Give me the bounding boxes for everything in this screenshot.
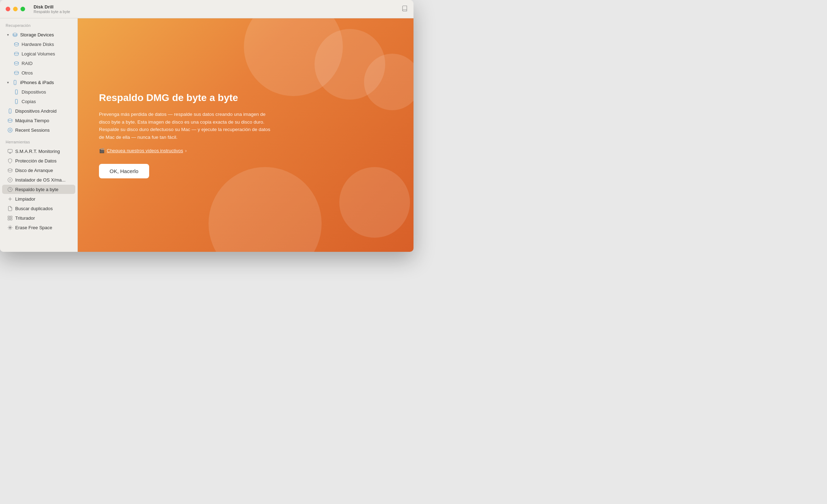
svg-rect-28	[10, 218, 12, 220]
sidebar-item-recent-sessions[interactable]: Recent Sessions	[2, 125, 75, 135]
app-subtitle: Respaldo byte a byte	[34, 10, 70, 14]
sidebar-item-smart[interactable]: S.M.A.R.T. Monitoring	[2, 147, 75, 156]
sidebar-item-arranque[interactable]: Disco de Arranque	[2, 166, 75, 175]
section-recuperacion: Recuperación	[0, 18, 77, 30]
smart-label: S.M.A.R.T. Monitoring	[15, 149, 60, 154]
drive-icon	[13, 51, 19, 57]
respaldo-label: Respaldo byte a byte	[15, 187, 58, 192]
svg-rect-25	[8, 216, 9, 217]
svg-rect-15	[8, 149, 12, 152]
book-icon[interactable]	[401, 5, 408, 13]
drive-icon	[12, 32, 18, 37]
recent-sessions-label: Recent Sessions	[15, 128, 50, 133]
content-body: Prevenga más perdida de datos — respalde…	[99, 111, 276, 141]
sidebar-item-android[interactable]: Dispositivos Android	[2, 106, 75, 115]
titlebar: Disk Drill Respaldo byte a byte	[0, 0, 414, 18]
svg-rect-26	[10, 216, 12, 217]
sidebar-item-logical-volumes[interactable]: Logical Volumes	[2, 49, 75, 58]
raid-label: RAID	[22, 61, 33, 66]
sidebar-item-time-machine[interactable]: Máquina Tiempo	[2, 116, 75, 125]
close-button[interactable]	[6, 7, 10, 11]
drive-icon	[13, 41, 19, 47]
deco-circle-3	[209, 167, 322, 252]
file-icon	[7, 206, 13, 211]
installer-label: Instalador de OS X/ma...	[15, 177, 65, 183]
chevron-down-icon: ▾	[7, 81, 9, 84]
svg-point-3	[14, 61, 18, 63]
sidebar-item-triturador[interactable]: Triturador	[2, 213, 75, 223]
grid-icon	[7, 215, 13, 221]
chevron-right-icon: ›	[185, 148, 187, 153]
erase-label: Erase Free Space	[15, 225, 52, 230]
content-title: Respaldo DMG de byte a byte	[99, 92, 276, 104]
sidebar-item-hardware-disks[interactable]: Hardware Disks	[2, 40, 75, 49]
svg-point-0	[13, 33, 17, 35]
sidebar-item-copias[interactable]: Copias	[2, 97, 75, 106]
svg-point-4	[14, 71, 18, 73]
content-area: Respaldo DMG de byte a byte Prevenga más…	[78, 18, 414, 252]
titlebar-text: Disk Drill Respaldo byte a byte	[34, 4, 70, 14]
plus-icon	[7, 196, 13, 202]
video-icon: 🎬	[99, 148, 105, 153]
copias-label: Copias	[22, 99, 36, 104]
section-herramientas: Herramientas	[0, 135, 77, 146]
sidebar-item-otros[interactable]: Otros	[2, 68, 75, 77]
drive-icon	[13, 70, 19, 76]
content-link-row: 🎬 Chequea nuestros videos instructivos ›	[99, 148, 276, 153]
hardware-disks-label: Hardware Disks	[22, 42, 54, 47]
sparkle-icon	[7, 225, 13, 230]
phone-icon	[13, 99, 19, 104]
svg-point-13	[8, 119, 12, 120]
duplicados-label: Buscar duplicados	[15, 206, 53, 211]
svg-rect-9	[15, 99, 17, 104]
otros-label: Otros	[22, 70, 33, 76]
smart-icon	[7, 148, 13, 154]
time-machine-icon	[7, 118, 13, 123]
gear-icon	[7, 127, 13, 133]
boot-drive-icon	[7, 167, 13, 173]
android-label: Dispositivos Android	[15, 108, 57, 114]
clock-icon	[7, 186, 13, 192]
triturador-label: Triturador	[15, 215, 35, 221]
sidebar-item-raid[interactable]: RAID	[2, 59, 75, 68]
phone-icon	[12, 79, 18, 85]
logical-volumes-label: Logical Volumes	[22, 51, 55, 57]
instructional-link[interactable]: Chequea nuestros videos instructivos	[107, 148, 183, 153]
svg-point-14	[9, 129, 11, 131]
x-circle-icon	[7, 177, 13, 183]
app-title: Disk Drill	[34, 4, 70, 10]
minimize-button[interactable]	[13, 7, 18, 11]
svg-point-1	[14, 42, 18, 44]
sidebar-item-erase[interactable]: Erase Free Space	[2, 223, 75, 232]
drive-icon	[13, 60, 19, 66]
svg-point-2	[14, 52, 18, 54]
sidebar-item-installer[interactable]: Instalador de OS X/ma...	[2, 175, 75, 184]
svg-rect-5	[14, 80, 16, 85]
sidebar-item-limpiador[interactable]: Limpiador	[2, 194, 75, 203]
phone-icon	[13, 89, 19, 95]
maximize-button[interactable]	[20, 7, 25, 11]
shield-icon	[7, 158, 13, 164]
iphones-ipads-label: iPhones & iPads	[20, 80, 54, 85]
app-body: Recuperación ▾ Storage Devices Hardware …	[0, 18, 414, 252]
svg-point-18	[8, 168, 12, 170]
traffic-lights	[6, 7, 25, 11]
limpiador-label: Limpiador	[15, 196, 35, 202]
svg-rect-11	[9, 109, 11, 113]
sidebar-item-iphones-ipads[interactable]: ▾ iPhones & iPads	[2, 78, 75, 87]
sidebar-item-storage-devices[interactable]: ▾ Storage Devices	[2, 30, 75, 39]
svg-rect-7	[15, 90, 17, 94]
android-icon	[7, 108, 13, 114]
sidebar-item-respaldo[interactable]: Respaldo byte a byte	[2, 185, 75, 194]
content-inner: Respaldo DMG de byte a byte Prevenga más…	[99, 92, 276, 179]
chevron-down-icon: ▾	[7, 33, 9, 37]
deco-circle-5	[364, 54, 414, 110]
sidebar-item-duplicados[interactable]: Buscar duplicados	[2, 204, 75, 213]
deco-circle-4	[339, 167, 410, 238]
sidebar-item-proteccion[interactable]: Protección de Datos	[2, 156, 75, 165]
sidebar-item-dispositivos[interactable]: Dispositivos	[2, 87, 75, 96]
arranque-label: Disco de Arranque	[15, 168, 53, 173]
cta-button[interactable]: OK, Hacerlo	[99, 164, 149, 178]
proteccion-label: Protección de Datos	[15, 158, 57, 164]
dispositivos-label: Dispositivos	[22, 89, 46, 95]
